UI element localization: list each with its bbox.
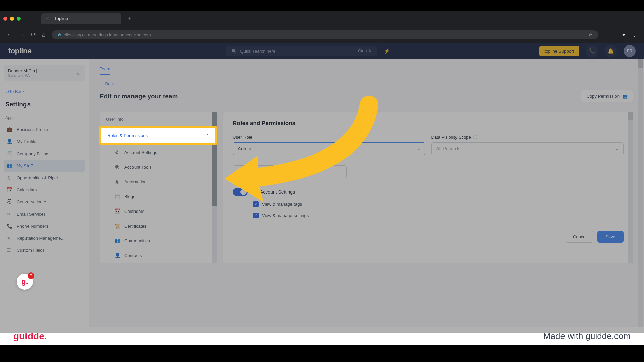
close-window-icon[interactable] xyxy=(3,17,7,21)
panel-title: Roles and Permissions xyxy=(233,120,624,127)
sub-item-account-tools[interactable]: 🛠Account Tools xyxy=(100,160,217,174)
check-label: View & manage settings xyxy=(262,213,309,218)
sidebar-item-icon: ◎ xyxy=(7,175,13,180)
sidebar-item-conversation-ai[interactable]: 💬Conversation AI xyxy=(4,196,85,208)
page-title: Edit or manage your team xyxy=(100,93,178,100)
sidebar-item-icon: 💼 xyxy=(7,127,13,132)
sidebar-item-label: My Profile xyxy=(17,139,36,144)
sidebar-item-icon: 🧾 xyxy=(7,151,13,156)
sidebar-item-phone-numbers[interactable]: 📞Phone Numbers xyxy=(4,220,85,232)
sub-item-icon: 👤 xyxy=(115,253,120,258)
sidebar-item-calendars[interactable]: 📅Calendars xyxy=(4,184,85,196)
sidebar-item-label: My Staff xyxy=(17,163,33,168)
extensions-icon[interactable]: ✦ xyxy=(622,32,626,38)
sub-item-icon: 🛠 xyxy=(115,164,120,170)
site-info-icon: ‹/› xyxy=(58,33,61,37)
sidebar-item-company-billing[interactable]: 🧾Company Billing xyxy=(4,147,85,160)
right-scrollbar[interactable] xyxy=(628,112,633,263)
page-scrollbar[interactable] xyxy=(638,59,643,327)
sub-item-contacts[interactable]: 👤Contacts xyxy=(100,248,217,263)
reload-icon[interactable]: ⟳ xyxy=(31,31,36,38)
bell-icon[interactable]: 🔔 xyxy=(605,45,617,57)
cancel-button[interactable]: Cancel xyxy=(566,231,593,243)
sidebar-item-opportunities-pipeli-[interactable]: ◎Opportunities & Pipeli... xyxy=(4,172,85,184)
phone-icon[interactable]: 📞 xyxy=(586,45,598,57)
chevron-down-icon: ⌄ xyxy=(76,70,80,76)
new-tab-button[interactable]: + xyxy=(128,15,132,22)
sub-item-label: Calendars xyxy=(124,209,144,214)
guidde-count-badge: 7 xyxy=(28,272,34,279)
sidebar-item-my-staff[interactable]: 👥My Staff xyxy=(4,160,85,172)
sidebar-item-label: Company Billing xyxy=(17,151,48,156)
sub-item-communities[interactable]: 👥Communities xyxy=(100,233,217,248)
chevron-up-icon: ⌃ xyxy=(206,133,209,138)
user-role-select[interactable]: Admin ⌄ xyxy=(233,142,425,155)
panel-row: User Info Roles & Permissions ⌃ ⚙Account… xyxy=(100,112,633,263)
checkbox[interactable]: ✓ xyxy=(253,201,259,207)
tab-team[interactable]: Team xyxy=(100,66,110,75)
bookmark-icon[interactable]: ☆ xyxy=(588,32,592,37)
maximize-window-icon[interactable] xyxy=(17,17,21,21)
sidebar-item-icon: 📅 xyxy=(7,187,13,192)
forward-icon[interactable]: → xyxy=(19,31,25,38)
back-link[interactable]: ← Back xyxy=(100,81,633,86)
home-icon[interactable]: ⌂ xyxy=(42,31,46,38)
menu-icon[interactable]: ⋮ xyxy=(632,32,637,38)
roles-permissions-item[interactable]: Roles & Permissions ⌃ xyxy=(101,128,215,143)
url-text: client-app-crm-settings.leadconnectorhq.… xyxy=(64,32,151,37)
people-icon: 👥 xyxy=(622,94,628,99)
sidebar-item-my-profile[interactable]: 👤My Profile xyxy=(4,135,85,147)
browser-chrome: ‹/› Topline + ← → ⟳ ⌂ ‹/› client-app-crm… xyxy=(0,11,644,43)
check-row: ✓View & manage tags xyxy=(233,199,624,210)
sub-item-blogs[interactable]: 📄Blogs xyxy=(100,189,217,204)
scope-select[interactable]: All Records ⌄ xyxy=(431,142,624,155)
sidebar-item-reputation-manageme-[interactable]: ★Reputation Manageme... xyxy=(4,232,85,244)
copy-permission-button[interactable]: Copy Permission 👥 xyxy=(581,90,633,102)
right-panel: Roles and Permissions User Role Admin ⌄ xyxy=(223,112,633,263)
minimize-window-icon[interactable] xyxy=(10,17,14,21)
avatar[interactable]: ER xyxy=(624,45,636,57)
user-info-header[interactable]: User Info xyxy=(100,112,217,126)
permissions-search-input[interactable]: 🔍 Search xyxy=(233,165,347,178)
sidebar: Dunder Mifflin [... Scranton, PA ⌄ ‹ Go … xyxy=(0,59,89,327)
sub-item-automation[interactable]: ◉Automation xyxy=(100,174,217,189)
location-name: Dunder Mifflin [... xyxy=(8,68,41,73)
left-panel: User Info Roles & Permissions ⌃ ⚙Account… xyxy=(100,112,217,263)
chevron-down-icon: ⌄ xyxy=(417,147,420,151)
guidde-logo: guidde. xyxy=(13,331,47,342)
go-back-link[interactable]: ‹ Go Back xyxy=(4,87,85,96)
browser-tab[interactable]: ‹/› Topline xyxy=(41,13,121,24)
guidde-footer: guidde. Made with guidde.com xyxy=(0,327,644,345)
sidebar-item-business-profile[interactable]: 💼Business Profile xyxy=(4,123,85,135)
toggle-account-settings[interactable] xyxy=(233,188,248,196)
scope-label: Data Visibility Scope i xyxy=(431,135,624,140)
support-button[interactable]: topline Support xyxy=(539,46,579,56)
made-with-text: Made with guidde.com xyxy=(543,331,631,341)
checkbox[interactable]: ✓ xyxy=(253,213,259,218)
sub-item-icon: 📅 xyxy=(115,208,120,214)
sub-item-account-settings[interactable]: ⚙Account Settings xyxy=(100,145,217,160)
back-icon[interactable]: ← xyxy=(7,31,13,38)
search-shortcut: Ctrl + K xyxy=(358,49,371,53)
bolt-icon[interactable]: ⚡ xyxy=(384,48,390,54)
sidebar-item-email-services[interactable]: ✉Email Services xyxy=(4,208,85,220)
search-icon: 🔍 xyxy=(231,49,237,54)
address-bar: ← → ⟳ ⌂ ‹/› client-app-crm-settings.lead… xyxy=(0,26,644,43)
guidde-widget[interactable]: g. 7 xyxy=(17,274,33,290)
url-field[interactable]: ‹/› client-app-crm-settings.leadconnecto… xyxy=(52,30,598,39)
app-header: topline 🔍 Quick search here Ctrl + K ⚡ t… xyxy=(0,43,644,59)
info-icon[interactable]: i xyxy=(473,135,477,139)
sidebar-item-custom-fields[interactable]: ☰Custom Fields xyxy=(4,244,85,256)
check-label: View & manage tags xyxy=(262,202,302,207)
location-selector[interactable]: Dunder Mifflin [... Scranton, PA ⌄ xyxy=(4,65,85,81)
sub-item-icon: ◉ xyxy=(115,179,120,184)
sub-item-calendars[interactable]: 📅Calendars xyxy=(100,204,217,219)
save-button[interactable]: Save xyxy=(597,231,624,243)
account-settings-toggle-row: ⚙ Account Settings xyxy=(233,188,624,196)
sidebar-item-label: Business Profile xyxy=(17,127,48,132)
search-input[interactable]: 🔍 Quick search here Ctrl + K xyxy=(226,46,377,56)
sub-item-certificates[interactable]: 📜Certificates xyxy=(100,219,217,233)
sidebar-item-icon: ★ xyxy=(7,235,13,241)
sub-item-label: Blogs xyxy=(124,194,136,199)
sidebar-item-icon: ☰ xyxy=(7,247,13,253)
